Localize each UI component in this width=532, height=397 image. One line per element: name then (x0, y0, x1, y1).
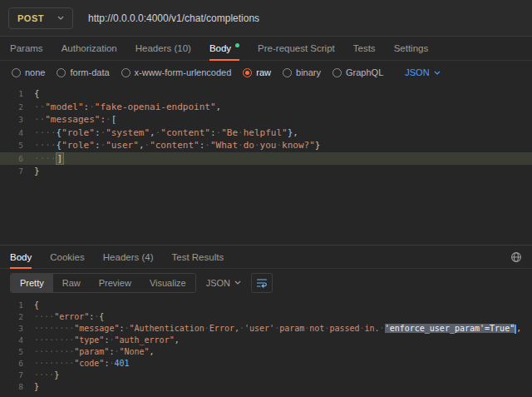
chevron-down-icon (57, 16, 64, 20)
line-number: 1 (0, 87, 23, 101)
body-type-label: GraphQL (346, 67, 383, 77)
code-line[interactable]: 2··"model":·"fake-openai-endpoint", (0, 101, 532, 114)
radio-icon (121, 68, 131, 77)
postman-window: POST http://0.0.0.0:4000/v1/chat/complet… (0, 0, 532, 397)
view-tab-visualize[interactable]: Visualize (140, 274, 195, 292)
line-number: 2 (0, 101, 23, 114)
code-line[interactable]: 6····] (0, 152, 532, 166)
tab-pre-request-script[interactable]: Pre-request Script (258, 37, 335, 60)
radio-icon (332, 68, 342, 77)
response-tabs: Body Cookies Headers (4) Test Results (0, 246, 532, 269)
line-number: 7 (0, 370, 23, 381)
code-line[interactable]: 3········"message":·"Authentication·Erro… (0, 323, 532, 335)
response-view-switch: Pretty Raw Preview Visualize (10, 273, 196, 293)
response-tab-test-results[interactable]: Test Results (172, 246, 224, 268)
response-section: Body Cookies Headers (4) Test Results Pr… (0, 245, 532, 397)
view-tab-raw[interactable]: Raw (53, 274, 90, 292)
code-line[interactable]: 8} (0, 381, 532, 393)
chevron-down-icon (434, 71, 441, 75)
line-number: 3 (0, 113, 23, 127)
body-type-label: binary (296, 67, 321, 77)
chevron-down-icon (234, 280, 241, 285)
code-line[interactable]: 4········"type":·"auth_error", (0, 335, 532, 346)
line-number: 7 (0, 165, 23, 178)
line-number: 4 (0, 127, 23, 140)
code-line[interactable]: 5····{"role":·"user",·"content":·"What·d… (0, 139, 532, 152)
code-line[interactable]: 1{ (0, 300, 532, 311)
response-tab-headers[interactable]: Headers (4) (103, 246, 154, 268)
response-editor[interactable]: 1{2····"error":·{3········"message":·"Au… (0, 296, 532, 397)
method-label: POST (17, 13, 44, 23)
line-number: 2 (0, 311, 23, 323)
radio-selected-icon (243, 68, 252, 77)
body-type-binary[interactable]: binary (283, 67, 321, 77)
radio-icon (12, 68, 21, 77)
tab-body[interactable]: Body (209, 37, 239, 60)
body-type-raw[interactable]: raw (243, 67, 271, 77)
request-url-bar: POST http://0.0.0.0:4000/v1/chat/complet… (0, 0, 532, 37)
tab-authorization[interactable]: Authorization (62, 37, 117, 60)
line-number: 5 (0, 346, 23, 358)
body-type-label: x-www-form-urlencoded (135, 67, 232, 77)
code-line[interactable]: 1{ (0, 87, 532, 101)
wrap-lines-icon (256, 277, 268, 289)
body-type-none[interactable]: none (12, 67, 45, 77)
tab-body-label: Body (209, 43, 231, 53)
code-line[interactable]: 2····"error":·{ (0, 311, 532, 323)
request-editor[interactable]: 1{2··"model":·"fake-openai-endpoint",3··… (0, 84, 532, 245)
url-input[interactable]: http://0.0.0.0:4000/v1/chat/completions (88, 12, 524, 24)
tab-tests[interactable]: Tests (353, 37, 376, 60)
response-language-select[interactable]: JSON (206, 278, 241, 288)
view-tab-preview[interactable]: Preview (90, 274, 140, 292)
wrap-text-button[interactable] (251, 273, 273, 293)
line-number: 4 (0, 335, 23, 346)
body-type-x-www-form-urlencoded[interactable]: x-www-form-urlencoded (121, 67, 232, 77)
response-toolbar: Pretty Raw Preview Visualize JSON (0, 269, 532, 296)
code-line[interactable]: 5········"param":·"None", (0, 346, 532, 358)
code-line[interactable]: 6········"code":·401 (0, 358, 532, 370)
code-line[interactable]: 3··"messages":·[ (0, 113, 532, 127)
body-type-bar: none form-data x-www-form-urlencoded raw… (0, 61, 532, 84)
code-line[interactable]: 7} (0, 165, 532, 178)
request-language-label: JSON (405, 67, 429, 77)
body-type-label: form-data (70, 67, 109, 77)
response-tab-body[interactable]: Body (10, 246, 32, 268)
code-line[interactable]: 7····} (0, 370, 532, 381)
line-number: 3 (0, 323, 23, 335)
line-number: 6 (0, 358, 23, 370)
view-tab-pretty[interactable]: Pretty (11, 274, 53, 292)
request-language-select[interactable]: JSON (405, 67, 440, 77)
line-number: 8 (0, 381, 23, 393)
response-language-label: JSON (206, 278, 230, 288)
response-tab-cookies[interactable]: Cookies (50, 246, 85, 268)
body-type-label: raw (256, 67, 271, 77)
body-type-form-data[interactable]: form-data (57, 67, 109, 77)
tab-headers[interactable]: Headers (10) (135, 37, 191, 60)
network-icon[interactable] (510, 251, 522, 263)
radio-icon (57, 68, 66, 77)
line-number: 5 (0, 139, 23, 152)
method-select[interactable]: POST (8, 7, 73, 29)
code-line[interactable]: 4····{"role":·"system",·"content":·"Be·h… (0, 127, 532, 140)
body-content-dot (235, 43, 239, 47)
radio-icon (283, 68, 292, 77)
body-type-graphql[interactable]: GraphQL (332, 67, 383, 77)
tab-params[interactable]: Params (10, 37, 43, 60)
line-number: 1 (0, 300, 23, 311)
request-tabs: Params Authorization Headers (10) Body P… (0, 37, 532, 61)
body-type-label: none (25, 67, 45, 77)
line-number: 6 (0, 152, 23, 166)
tab-settings[interactable]: Settings (394, 37, 429, 60)
